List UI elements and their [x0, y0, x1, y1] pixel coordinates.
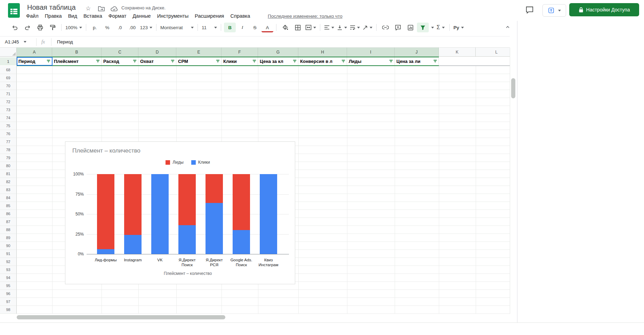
row-header[interactable]: 76: [0, 130, 17, 138]
collapse-toolbar-icon[interactable]: [504, 23, 512, 31]
column-header[interactable]: C: [102, 48, 138, 57]
row-header[interactable]: 91: [0, 250, 17, 258]
move-folder-icon[interactable]: [98, 6, 105, 11]
filter-icon[interactable]: [417, 23, 429, 32]
filter-icon[interactable]: [389, 59, 393, 64]
row-header[interactable]: 82: [0, 178, 17, 186]
menu-item[interactable]: Расширения: [192, 13, 227, 20]
column-header[interactable]: B: [52, 48, 102, 57]
row-header[interactable]: 97: [0, 298, 17, 306]
row-header[interactable]: 68: [0, 66, 17, 74]
last-edit-link[interactable]: Последнее изменение: только что: [268, 14, 343, 19]
paint-format-icon[interactable]: [47, 23, 58, 32]
merge-cells-select[interactable]: [304, 23, 317, 32]
filter-icon[interactable]: [292, 59, 297, 64]
column-header[interactable]: K: [439, 48, 476, 57]
column-header[interactable]: H: [298, 48, 347, 57]
row-header[interactable]: 96: [0, 290, 17, 298]
bold-button[interactable]: B: [224, 23, 236, 32]
row-header[interactable]: 85: [0, 202, 17, 210]
row-header[interactable]: 95: [0, 282, 17, 290]
column-header[interactable]: J: [395, 48, 439, 57]
comments-icon[interactable]: [525, 6, 534, 15]
filter-icon[interactable]: [252, 59, 257, 64]
text-wrap-select[interactable]: [349, 23, 361, 32]
formula-input[interactable]: Период: [57, 39, 73, 44]
filter-icon[interactable]: [341, 59, 346, 64]
open-in-drive-button[interactable]: [542, 4, 566, 17]
row-header[interactable]: 84: [0, 194, 17, 202]
menu-item[interactable]: Данные: [129, 13, 154, 20]
row-header[interactable]: 90: [0, 242, 17, 250]
star-icon[interactable]: ☆: [86, 5, 91, 12]
filter-icon[interactable]: [433, 59, 437, 64]
menu-item[interactable]: Формат: [105, 13, 130, 20]
row-header[interactable]: 94: [0, 274, 17, 282]
vertical-align-select[interactable]: [336, 23, 348, 32]
undo-icon[interactable]: [9, 23, 21, 32]
menu-item[interactable]: Файл: [23, 13, 42, 20]
text-color-button[interactable]: A: [261, 24, 273, 32]
text-rotation-select[interactable]: [362, 23, 373, 32]
number-format-select[interactable]: 123: [139, 23, 154, 32]
fill-color-icon[interactable]: [279, 23, 291, 32]
print-icon[interactable]: [34, 23, 46, 32]
row-header[interactable]: 72: [0, 98, 17, 106]
filter-icon[interactable]: [96, 59, 100, 64]
increase-decimals-button[interactable]: .00: [127, 23, 138, 32]
column-header[interactable]: I: [347, 48, 395, 57]
column-header[interactable]: L: [476, 48, 510, 57]
embedded-chart[interactable]: Плейсмент – количество ЛидыКлики 0%25%50…: [65, 141, 295, 284]
row-header[interactable]: 83: [0, 186, 17, 194]
document-title[interactable]: Новая таблица: [27, 3, 76, 11]
strikethrough-button[interactable]: S: [249, 23, 261, 32]
row-header[interactable]: 74: [0, 114, 17, 122]
row-header[interactable]: 87: [0, 218, 17, 226]
row-header[interactable]: 92: [0, 258, 17, 266]
row-header[interactable]: 71: [0, 90, 17, 98]
share-access-button[interactable]: Настройки Доступа: [569, 3, 639, 16]
row-header[interactable]: 77: [0, 138, 17, 146]
name-box[interactable]: A1:J45: [0, 39, 36, 44]
italic-button[interactable]: I: [236, 23, 248, 32]
horizontal-align-select[interactable]: [323, 23, 335, 32]
font-select[interactable]: Montserrat: [159, 23, 195, 32]
row-header[interactable]: 80: [0, 162, 17, 170]
input-tools-select[interactable]: Ру: [452, 23, 465, 32]
column-header[interactable]: D: [138, 48, 176, 57]
filter-icon[interactable]: [132, 59, 137, 64]
row-header[interactable]: 70: [0, 82, 17, 90]
row-header[interactable]: 89: [0, 234, 17, 242]
chevron-down-icon[interactable]: [558, 10, 561, 13]
row-header[interactable]: 79: [0, 154, 17, 162]
column-header[interactable]: G: [258, 48, 298, 57]
filter-icon[interactable]: [216, 59, 220, 64]
format-currency-button[interactable]: р.: [89, 23, 101, 32]
menu-item[interactable]: Вставка: [80, 13, 105, 20]
format-percent-button[interactable]: %: [102, 23, 113, 32]
row-header[interactable]: 93: [0, 266, 17, 274]
borders-icon[interactable]: [292, 23, 304, 32]
sheets-logo-icon[interactable]: [8, 3, 20, 18]
menu-item[interactable]: Справка: [227, 13, 253, 20]
column-header[interactable]: F: [222, 48, 258, 57]
insert-link-icon[interactable]: [379, 23, 391, 32]
insert-comment-icon[interactable]: [392, 23, 404, 32]
vertical-scrollbar-thumb[interactable]: [511, 78, 515, 98]
insert-chart-icon[interactable]: [404, 23, 416, 32]
zoom-select[interactable]: 100%: [64, 23, 83, 32]
column-header[interactable]: E: [176, 48, 222, 57]
row-header[interactable]: 86: [0, 210, 17, 218]
filter-views-chevron-icon[interactable]: [431, 27, 434, 30]
menu-item[interactable]: Правка: [42, 13, 65, 20]
row-header[interactable]: 81: [0, 170, 17, 178]
redo-icon[interactable]: [22, 23, 33, 32]
row-header[interactable]: 69: [0, 74, 17, 82]
row-header[interactable]: 98: [0, 306, 17, 314]
filter-icon[interactable]: [170, 59, 175, 64]
row-header[interactable]: 75: [0, 122, 17, 130]
font-size-select[interactable]: 11: [201, 23, 218, 32]
functions-select[interactable]: Σ: [435, 23, 446, 32]
menu-item[interactable]: Вид: [65, 13, 80, 20]
row-header[interactable]: 73: [0, 106, 17, 114]
